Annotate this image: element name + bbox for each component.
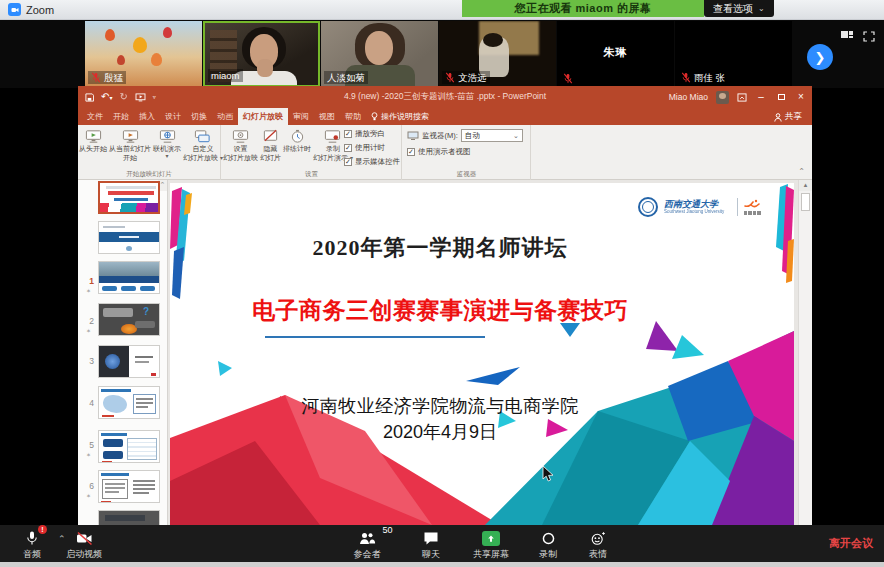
- participant-tile-active-speaker[interactable]: miaom: [203, 21, 320, 87]
- tab-view[interactable]: 视图: [314, 108, 340, 125]
- from-beginning-button[interactable]: 从头开始: [78, 127, 108, 163]
- from-current-slide-button[interactable]: 从当前幻灯片 开始: [108, 127, 152, 163]
- hide-slide-button[interactable]: 隐藏 幻灯片: [259, 127, 282, 163]
- animation-star-icon: ✶: [86, 451, 91, 458]
- play-narrations-checkbox[interactable]: ✓播放旁白: [344, 129, 400, 139]
- muted-mic-icon: [681, 72, 691, 83]
- chat-button[interactable]: 聊天: [422, 529, 440, 561]
- monitor-value: 自动: [465, 131, 480, 141]
- tab-home[interactable]: 开始: [108, 108, 134, 125]
- customize-qat-icon[interactable]: ▿: [153, 94, 156, 100]
- participant-tile[interactable]: 朱琳: [557, 21, 674, 87]
- redo-icon[interactable]: ↻: [119, 92, 127, 102]
- slide-scrollbar[interactable]: ▴: [798, 180, 812, 525]
- partner-logo: [744, 199, 761, 215]
- participant-tile[interactable]: 殷猛: [85, 21, 202, 87]
- watching-banner: 您正在观看 miaom 的屏幕: [462, 0, 704, 17]
- tab-insert[interactable]: 插入: [134, 108, 160, 125]
- record-icon: [541, 531, 556, 546]
- participant-name-label: 文浩远: [442, 71, 490, 84]
- record-button[interactable]: 录制: [539, 529, 557, 561]
- start-video-button[interactable]: 启动视频: [66, 529, 102, 561]
- setup-slideshow-button[interactable]: 设置 幻灯片放映: [222, 127, 259, 163]
- ribbon-group-monitors: 监视器(M): 自动⌄ ✓使用演示者视图 监视器: [403, 125, 531, 180]
- start-slideshow-icon[interactable]: [135, 93, 146, 102]
- present-online-button[interactable]: 联机演示 ▾: [152, 127, 182, 163]
- restore-button[interactable]: [775, 90, 787, 104]
- participant-tile[interactable]: 人淡如菊: [321, 21, 438, 87]
- use-timings-checkbox[interactable]: ✓使用计时: [344, 143, 400, 153]
- ribbon-slideshow: 从头开始 从当前幻灯片 开始 联机演示 ▾ 自定义: [78, 125, 812, 180]
- group-label: 监视器: [403, 170, 530, 179]
- participants-label: 参会者: [354, 548, 381, 561]
- next-participants-button[interactable]: ❯: [807, 44, 833, 70]
- slide-thumbnail-9[interactable]: [98, 510, 160, 525]
- slide-thumbnail-3[interactable]: [98, 261, 160, 294]
- tab-transitions[interactable]: 切换: [186, 108, 212, 125]
- fullscreen-icon[interactable]: [863, 31, 875, 42]
- monitor-select[interactable]: 自动⌄: [461, 129, 523, 142]
- show-media-controls-checkbox[interactable]: ✓显示媒体控件: [344, 157, 400, 167]
- use-presenter-view-checkbox[interactable]: ✓使用演示者视图: [407, 147, 471, 157]
- reactions-button[interactable]: 表情: [589, 529, 607, 561]
- tab-slideshow-selected[interactable]: 幻灯片放映: [238, 108, 288, 125]
- tab-file[interactable]: 文件: [82, 108, 108, 125]
- ribbon-display-options-icon[interactable]: [737, 93, 747, 102]
- tab-design[interactable]: 设计: [160, 108, 186, 125]
- button-label: 自定义: [192, 144, 213, 153]
- rehearse-timings-button[interactable]: 排练计时: [282, 127, 312, 163]
- tab-review[interactable]: 审阅: [288, 108, 314, 125]
- collapse-ribbon-icon[interactable]: ⌃: [798, 167, 805, 176]
- animation-star-icon: ✶: [86, 287, 91, 294]
- balloon-decoration: [133, 37, 147, 53]
- button-label: 开始: [123, 153, 137, 162]
- custom-slideshow-button[interactable]: 自定义 幻灯片放映 ▾: [182, 127, 224, 163]
- person-silhouette: [365, 31, 393, 65]
- slide-thumbnail-4[interactable]: ?: [98, 303, 160, 336]
- checkbox-label: 使用计时: [355, 143, 385, 153]
- minimize-button[interactable]: –: [755, 90, 767, 104]
- group-label: 设置: [222, 170, 401, 179]
- audio-options-caret[interactable]: ⌃: [58, 534, 66, 544]
- ribbon-tabs: 文件 开始 插入 设计 切换 动画 幻灯片放映 审阅 视图 帮助 操作说明搜索 …: [78, 108, 812, 125]
- slide-thumbnail-8[interactable]: [98, 470, 160, 503]
- slide-organization: 河南牧业经济学院物流与电商学院: [170, 394, 710, 418]
- screen: Zoom 您正在观看 miaom 的屏幕 查看选项 ⌄ 殷猛: [0, 0, 884, 567]
- share-button[interactable]: 共享: [774, 111, 802, 123]
- gallery-view-icon[interactable]: [841, 31, 853, 42]
- record-label: 录制: [539, 548, 557, 561]
- tab-help[interactable]: 帮助: [340, 108, 366, 125]
- mouse-cursor: [542, 466, 555, 482]
- account-name[interactable]: Miao Miao: [669, 92, 708, 102]
- account-avatar[interactable]: [716, 91, 729, 104]
- participant-name: 殷猛: [104, 71, 123, 84]
- current-slide[interactable]: 西南交通大学 Southwest Jiaotong University 202…: [170, 183, 794, 525]
- scrollbar-thumb[interactable]: [801, 193, 810, 211]
- title-bar-controls: Miao Miao – ×: [669, 86, 807, 108]
- slide-thumbnail-5[interactable]: [98, 345, 160, 378]
- slide-thumbnail-2[interactable]: [98, 221, 160, 254]
- muted-mic-icon: [91, 72, 101, 83]
- participant-tile[interactable]: 雨佳 张: [675, 21, 792, 87]
- share-screen-button[interactable]: 共享屏幕: [473, 529, 509, 561]
- close-button[interactable]: ×: [795, 90, 807, 104]
- dropdown-caret-icon: ▾: [165, 153, 168, 160]
- slide-thumbnail-7[interactable]: [98, 430, 160, 463]
- undo-icon[interactable]: ↶▾: [101, 92, 112, 102]
- tab-animations[interactable]: 动画: [212, 108, 238, 125]
- audio-warning-badge: !: [38, 525, 47, 534]
- zoom-title-bar: Zoom 您正在观看 miaom 的屏幕 查看选项 ⌄: [0, 0, 884, 20]
- view-options-label: 查看选项: [713, 2, 753, 16]
- view-options-button[interactable]: 查看选项 ⌄: [704, 0, 774, 17]
- slide-thumbnail-6[interactable]: [98, 386, 160, 419]
- leave-meeting-button[interactable]: 离开会议: [829, 525, 873, 562]
- participants-button[interactable]: 50 参会者: [354, 529, 381, 561]
- slide-thumbnail-1-selected[interactable]: [98, 181, 160, 214]
- tell-me-search[interactable]: 操作说明搜索: [366, 108, 434, 125]
- person-icon: [774, 113, 782, 122]
- button-label: 排练计时: [283, 144, 311, 153]
- scroll-up-arrow[interactable]: ▴: [799, 180, 812, 191]
- participant-tile[interactable]: 文浩远: [439, 21, 556, 87]
- save-icon[interactable]: [85, 93, 94, 102]
- audio-button[interactable]: ! 音频: [23, 529, 41, 561]
